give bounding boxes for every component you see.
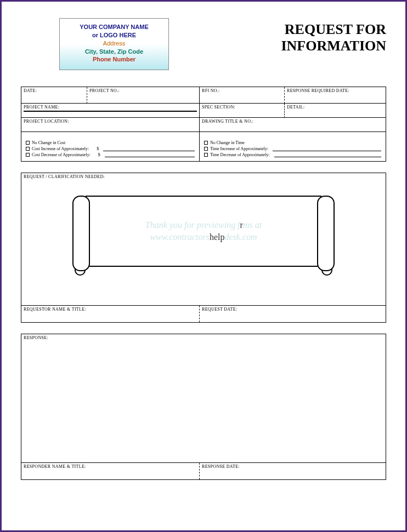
time-changes-cell: No Change in Time Time Increase of Appro… [200,132,386,161]
watermark-scroll: Thank you for previewing frms at www.con… [24,179,383,289]
drawing-title-cell[interactable]: DRAWING TITLE & NO.: [200,118,386,132]
company-phone: Phone Number [62,55,166,64]
spec-section-cell[interactable]: SPEC SECTION: [200,104,285,118]
document-title: REQUEST FOR INFORMATION [281,18,386,70]
detail-cell[interactable]: DETAIL: [285,104,386,118]
checkbox-icon[interactable] [204,153,208,157]
header: YOUR COMPANY NAME or LOGO HERE Address C… [21,18,386,70]
checkbox-icon[interactable] [26,153,30,157]
project-name-cell[interactable]: PROJECT NAME: [21,104,200,118]
requestor-name-cell[interactable]: REQUESTOR NAME & TITLE: [21,306,200,322]
company-address: Address [62,39,166,48]
cost-increase-input[interactable] [103,146,195,151]
cost-decrease-input[interactable] [105,152,195,157]
time-increase-input[interactable] [273,146,381,151]
request-box: REQUEST / CLARIFICATION NEEDED: Thank yo… [21,173,386,323]
cost-decrease-row[interactable]: Cost Decrease of Approximately:$ [26,152,195,158]
rfi-no-cell[interactable]: RFI NO.: [200,87,285,104]
checkbox-icon[interactable] [204,147,208,151]
response-cell[interactable]: RESPONSE: [21,334,386,463]
response-box: RESPONSE: RESPONDER NAME & TITLE: RESPON… [21,334,386,480]
response-date-cell[interactable]: RESPONSE DATE: [200,463,386,479]
no-time-change-row[interactable]: No Change in Time [204,140,381,146]
time-decrease-input[interactable] [274,152,381,157]
time-increase-row[interactable]: Time Increase of Approximately: [204,146,381,152]
project-no-cell[interactable]: PROJECT NO.: [87,87,200,104]
project-location-cell[interactable]: PROJECT LOCATION: [21,118,200,132]
company-logo-box: YOUR COMPANY NAME or LOGO HERE Address C… [59,18,169,70]
rfi-form-page: YOUR COMPANY NAME or LOGO HERE Address C… [2,2,405,502]
company-name: YOUR COMPANY NAME [62,23,166,31]
request-date-cell[interactable]: REQUEST DATE: [200,306,386,322]
watermark-text: Thank you for previewing frms at www.con… [145,219,262,244]
checkbox-icon[interactable] [26,141,30,145]
date-cell[interactable]: DATE: [21,87,87,104]
checkbox-icon[interactable] [204,141,208,145]
company-logo: or LOGO HERE [62,31,166,39]
checkbox-icon[interactable] [26,147,30,151]
time-decrease-row[interactable]: Time Decrease of Approximately: [204,152,381,158]
no-cost-change-row[interactable]: No Change in Cost [26,140,195,146]
response-required-cell[interactable]: RESPONSE REQUIRED DATE: [285,87,386,104]
cost-increase-row[interactable]: Cost Increase of Approximately:$ [26,146,195,152]
responder-name-cell[interactable]: RESPONDER NAME & TITLE: [21,463,200,479]
cost-changes-cell: No Change in Cost Cost Increase of Appro… [21,132,200,161]
request-clarification-cell[interactable]: REQUEST / CLARIFICATION NEEDED: Thank yo… [21,173,386,306]
title-line-2: INFORMATION [281,38,386,54]
info-box: DATE: PROJECT NO.: RFI NO.: RESPONSE REQ… [21,87,386,162]
company-city: City, State, Zip Code [62,48,166,56]
title-line-1: REQUEST FOR [281,21,386,38]
